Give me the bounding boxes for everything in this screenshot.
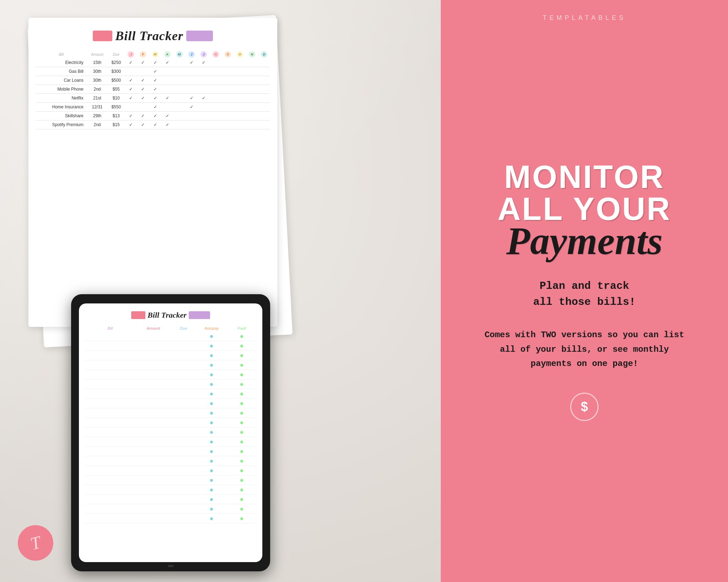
bill-amount: $13 [107, 112, 125, 120]
table-row [84, 427, 257, 437]
brand-name: TEMPLATABLES [441, 14, 728, 22]
tagline-2: Comes with TWO versions so you can list … [478, 328, 691, 371]
headline-block: MONITOR ALL YOUR Payments [498, 161, 671, 260]
tablet-screen: Bill Tracker Bill Amount Due Autopay Pai… [79, 303, 262, 562]
month-s: S [222, 50, 234, 58]
table-row [84, 389, 257, 399]
table-row [84, 466, 257, 475]
bill-due: 15th [87, 58, 107, 67]
table-row: Car Loans 30th $500 ✓ ✓ ✓ [36, 76, 270, 85]
title-pink-block [93, 31, 112, 41]
table-row [84, 332, 257, 341]
tablet-device: Bill Tracker Bill Amount Due Autopay Pai… [71, 294, 270, 571]
headline-line1: MONITOR [498, 161, 671, 193]
tablet-col-paid: Paid! [227, 325, 257, 332]
table-row: Electricity 15th $250 ✓ ✓ ✓ ✓ ✓ ✓ [36, 58, 270, 67]
month-j1: J [125, 50, 137, 58]
bill-name: Electricity [36, 58, 87, 67]
tablet-title-area: Bill Tracker [84, 311, 257, 320]
bill-amount: $55 [107, 85, 125, 94]
month-o: O [234, 50, 246, 58]
bill-due: 2nd [87, 85, 107, 94]
table-row [84, 360, 257, 370]
month-a1: A [161, 50, 173, 58]
bill-amount: $300 [107, 67, 125, 76]
right-panel: TEMPLATABLES MONITOR ALL YOUR Payments P… [441, 0, 728, 582]
table-row [84, 504, 257, 514]
brand-logo: T [18, 525, 53, 561]
month-j3: J [198, 50, 210, 58]
month-n: N [246, 50, 258, 58]
table-row [84, 370, 257, 379]
tagline-1: Plan and track all those bills! [533, 278, 636, 310]
table-row [84, 475, 257, 485]
bill-name: Mobile Phone [36, 85, 87, 94]
paper-front: Bill Tracker Bill Amount Due J F M A M J… [28, 18, 277, 327]
paper-title-area: Bill Tracker [36, 28, 270, 43]
bill-due: 12/31 [87, 103, 107, 112]
tablet-title-purple-block [189, 311, 210, 319]
bill-due: 2nd [87, 120, 107, 129]
table-row [84, 495, 257, 504]
tablet-bill-table: Bill Amount Due Autopay Paid! [84, 325, 257, 523]
bill-amount: $550 [107, 103, 125, 112]
tablet-title-text: Bill Tracker [148, 311, 187, 320]
month-a2: A [210, 50, 222, 58]
headline-script: Payments [498, 221, 671, 260]
tablet-col-autopay: Autopay [197, 325, 227, 332]
table-row [84, 437, 257, 447]
paper-title-text: Bill Tracker [115, 28, 183, 43]
bill-name: Home Insurance [36, 103, 87, 112]
col-header-bill: Bill [36, 50, 87, 58]
table-row [84, 351, 257, 360]
bill-amount: $10 [107, 94, 125, 103]
bill-name: Car Loans [36, 76, 87, 85]
dollar-icon: $ [581, 399, 588, 414]
table-row: Skillshare 29th $13 ✓ ✓ ✓ ✓ [36, 112, 270, 120]
table-row: Home Insurance 12/31 $550 ✓ ✓ [36, 103, 270, 112]
bill-amount: $15 [107, 120, 125, 129]
tablet-home-button [168, 565, 173, 567]
month-f: F [137, 50, 149, 58]
table-row [84, 514, 257, 523]
bill-due: 30th [87, 76, 107, 85]
bill-name: Skillshare [36, 112, 87, 120]
tablet-col-bill: Bill [84, 325, 136, 332]
table-row [84, 447, 257, 456]
title-purple-block [186, 31, 213, 41]
table-row: Spotify Premium 2nd $15 ✓ ✓ ✓ ✓ [36, 120, 270, 129]
tablet-col-due: Due [171, 325, 197, 332]
table-row [84, 399, 257, 408]
bill-due: 21st [87, 94, 107, 103]
table-row [84, 418, 257, 427]
col-header-due: Due [107, 50, 125, 58]
dollar-circle: $ [570, 393, 599, 421]
bill-due: 30th [87, 67, 107, 76]
bill-name: Spotify Premium [36, 120, 87, 129]
table-row: Mobile Phone 2nd $55 ✓ ✓ ✓ [36, 85, 270, 94]
month-j2: J [186, 50, 198, 58]
table-row [84, 485, 257, 495]
bill-table: Bill Amount Due J F M A M J J A S O N D [36, 50, 270, 129]
table-row [84, 456, 257, 466]
tablet-col-amount: Amount [136, 325, 171, 332]
tablet-title-pink-block [131, 311, 145, 319]
table-row [84, 341, 257, 351]
bill-name: Gas Bill [36, 67, 87, 76]
left-panel: Bill Tracker Bill Amount Due J F M A M J… [0, 0, 441, 582]
month-d: D [258, 50, 270, 58]
bill-amount: $250 [107, 58, 125, 67]
logo-letter: T [28, 532, 43, 554]
month-m2: M [173, 50, 186, 58]
month-m1: M [149, 50, 161, 58]
table-row [84, 408, 257, 418]
bill-name: Netflix [36, 94, 87, 103]
table-row: Gas Bill 30th $300 ✓ [36, 67, 270, 76]
table-row [84, 379, 257, 389]
table-row: Netflix 21st $10 ✓ ✓ ✓ ✓ ✓ ✓ [36, 94, 270, 103]
bill-amount: $500 [107, 76, 125, 85]
col-header-amount: Amount [87, 50, 107, 58]
bill-due: 29th [87, 112, 107, 120]
